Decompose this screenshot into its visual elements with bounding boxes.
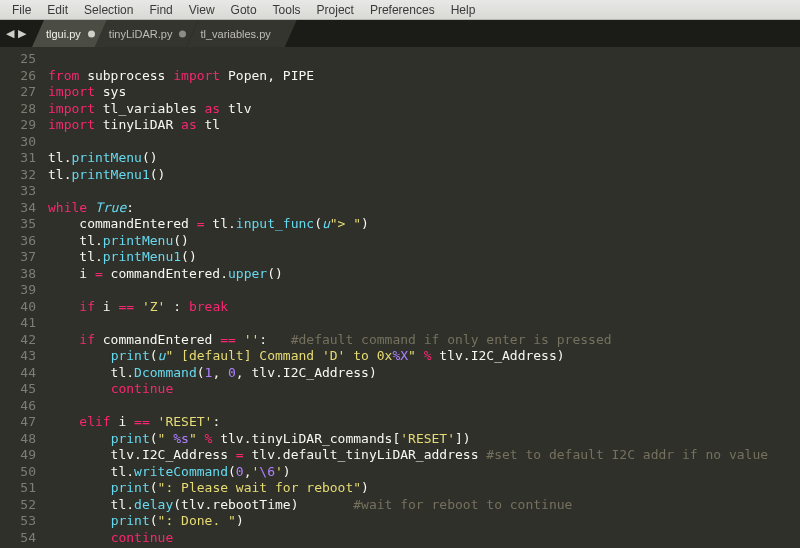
- line-number: 35: [4, 216, 36, 233]
- line-number: 36: [4, 233, 36, 250]
- line-number: 42: [4, 332, 36, 349]
- line-number: 29: [4, 117, 36, 134]
- code-line[interactable]: tl.printMenu(): [48, 150, 800, 167]
- line-number: 39: [4, 282, 36, 299]
- menu-preferences[interactable]: Preferences: [362, 1, 443, 19]
- line-number: 30: [4, 134, 36, 151]
- code-line[interactable]: [48, 51, 800, 68]
- line-number: 27: [4, 84, 36, 101]
- line-number: 41: [4, 315, 36, 332]
- tab-nav-arrows[interactable]: ◀ ▶: [0, 20, 32, 47]
- code-line[interactable]: tl.printMenu1(): [48, 167, 800, 184]
- code-line[interactable]: print(" %s" % tlv.tinyLiDAR_commands['RE…: [48, 431, 800, 448]
- nav-fwd-icon[interactable]: ▶: [18, 27, 26, 40]
- menu-find[interactable]: Find: [141, 1, 180, 19]
- code-line[interactable]: [48, 282, 800, 299]
- code-line[interactable]: tl.printMenu1(): [48, 249, 800, 266]
- code-line[interactable]: import tl_variables as tlv: [48, 101, 800, 118]
- code-line[interactable]: tl.Dcommand(1, 0, tlv.I2C_Address): [48, 365, 800, 382]
- line-number: 50: [4, 464, 36, 481]
- tab-label: tlgui.py: [46, 28, 81, 40]
- line-number: 25: [4, 51, 36, 68]
- tab-label: tinyLiDAR.py: [109, 28, 173, 40]
- line-number: 47: [4, 414, 36, 431]
- code-line[interactable]: tlv.I2C_Address = tlv.default_tinyLiDAR_…: [48, 447, 800, 464]
- menubar: FileEditSelectionFindViewGotoToolsProjec…: [0, 0, 800, 20]
- line-number: 48: [4, 431, 36, 448]
- menu-goto[interactable]: Goto: [223, 1, 265, 19]
- menu-edit[interactable]: Edit: [39, 1, 76, 19]
- code-line[interactable]: continue: [48, 530, 800, 547]
- menu-view[interactable]: View: [181, 1, 223, 19]
- code-line[interactable]: print(": Done. "): [48, 513, 800, 530]
- code-line[interactable]: tl.printMenu(): [48, 233, 800, 250]
- line-number: 38: [4, 266, 36, 283]
- code-line[interactable]: elif i == 'RESET':: [48, 414, 800, 431]
- line-number: 34: [4, 200, 36, 217]
- dirty-dot-icon: [179, 30, 186, 37]
- tab-label: tl_variables.py: [200, 28, 270, 40]
- line-number: 44: [4, 365, 36, 382]
- line-number: 51: [4, 480, 36, 497]
- tab-tl_variables-py[interactable]: tl_variables.py: [186, 20, 296, 47]
- tab-tlgui-py[interactable]: tlgui.py: [32, 20, 107, 47]
- code-area[interactable]: from subprocess import Popen, PIPEimport…: [44, 47, 800, 548]
- menu-project[interactable]: Project: [309, 1, 362, 19]
- line-number: 49: [4, 447, 36, 464]
- code-line[interactable]: import tinyLiDAR as tl: [48, 117, 800, 134]
- code-editor[interactable]: 2526272829303132333435363738394041424344…: [0, 47, 800, 548]
- tab-tinylidar-py[interactable]: tinyLiDAR.py: [95, 20, 199, 47]
- dirty-dot-icon: [88, 30, 95, 37]
- code-line[interactable]: [48, 134, 800, 151]
- line-number: 28: [4, 101, 36, 118]
- tab-strip: ◀ ▶ tlgui.pytinyLiDAR.pytl_variables.py: [0, 20, 800, 47]
- code-line[interactable]: [48, 398, 800, 415]
- code-line[interactable]: import sys: [48, 84, 800, 101]
- line-number: 37: [4, 249, 36, 266]
- code-line[interactable]: i = commandEntered.upper(): [48, 266, 800, 283]
- menu-tools[interactable]: Tools: [265, 1, 309, 19]
- code-line[interactable]: print(u" [default] Command 'D' to 0x%X" …: [48, 348, 800, 365]
- menu-selection[interactable]: Selection: [76, 1, 141, 19]
- code-line[interactable]: [48, 183, 800, 200]
- code-line[interactable]: tl.writeCommand(0,'\6'): [48, 464, 800, 481]
- line-number: 33: [4, 183, 36, 200]
- line-number: 32: [4, 167, 36, 184]
- line-number: 31: [4, 150, 36, 167]
- line-number: 46: [4, 398, 36, 415]
- code-line[interactable]: [48, 315, 800, 332]
- code-line[interactable]: while True:: [48, 200, 800, 217]
- code-line[interactable]: if commandEntered == '': #default comman…: [48, 332, 800, 349]
- code-line[interactable]: tl.delay(tlv.rebootTime) #wait for reboo…: [48, 497, 800, 514]
- code-line[interactable]: from subprocess import Popen, PIPE: [48, 68, 800, 85]
- code-line[interactable]: commandEntered = tl.input_func(u"> "): [48, 216, 800, 233]
- menu-help[interactable]: Help: [443, 1, 484, 19]
- line-number-gutter: 2526272829303132333435363738394041424344…: [0, 47, 44, 548]
- line-number: 53: [4, 513, 36, 530]
- nav-back-icon[interactable]: ◀: [6, 27, 14, 40]
- line-number: 43: [4, 348, 36, 365]
- line-number: 40: [4, 299, 36, 316]
- line-number: 26: [4, 68, 36, 85]
- menu-file[interactable]: File: [4, 1, 39, 19]
- line-number: 45: [4, 381, 36, 398]
- code-line[interactable]: if i == 'Z' : break: [48, 299, 800, 316]
- line-number: 54: [4, 530, 36, 547]
- code-line[interactable]: continue: [48, 381, 800, 398]
- line-number: 52: [4, 497, 36, 514]
- code-line[interactable]: print(": Please wait for reboot"): [48, 480, 800, 497]
